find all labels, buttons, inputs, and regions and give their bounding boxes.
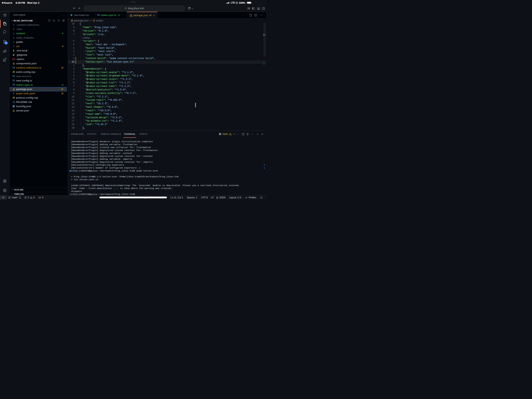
svg-text:TS: TS (13, 106, 15, 107)
